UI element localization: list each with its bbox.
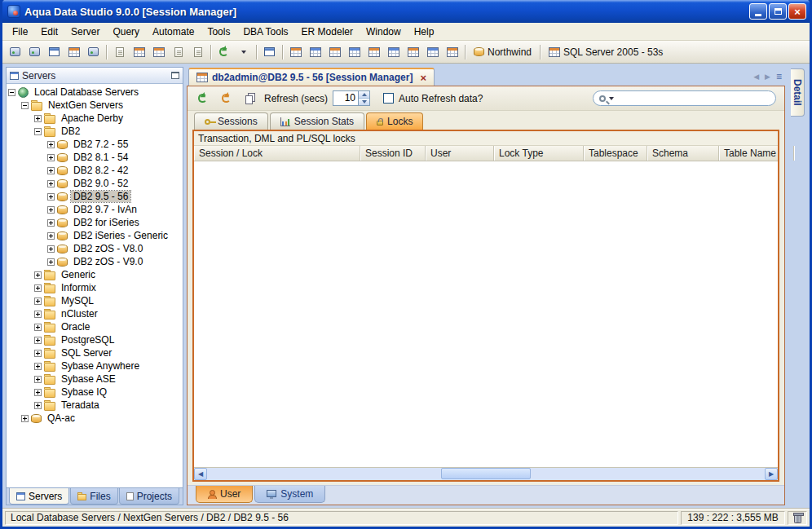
scrollbar-thumb[interactable] — [441, 468, 531, 479]
expand-icon[interactable] — [34, 284, 42, 292]
edit-table-data-icon[interactable] — [149, 43, 168, 61]
expand-icon[interactable] — [34, 350, 42, 357]
collapse-icon[interactable] — [8, 89, 15, 96]
tree-item-postgresql[interactable]: PostgreSQL — [7, 333, 183, 346]
column-header-session-id[interactable]: Session ID — [360, 146, 426, 161]
expand-icon[interactable] — [34, 376, 42, 383]
view-designer-icon[interactable] — [384, 43, 403, 61]
menu-server[interactable]: Server — [64, 23, 106, 41]
spin-down-icon[interactable] — [359, 99, 369, 105]
tree-item-sybase-iq[interactable]: Sybase IQ — [7, 386, 183, 399]
expand-icon[interactable] — [21, 415, 29, 422]
tab-system[interactable]: System — [254, 486, 325, 503]
minimize-button[interactable] — [749, 3, 767, 20]
expand-icon[interactable] — [47, 180, 55, 187]
menu-tools[interactable]: Tools — [201, 23, 236, 41]
expand-icon[interactable] — [47, 245, 55, 253]
close-tab-icon[interactable]: × — [420, 73, 426, 83]
tree-item-db2-9-7-ivan[interactable]: DB2 9.7 - IvAn — [7, 203, 183, 216]
query-analyzer-icon[interactable] — [110, 43, 129, 61]
tree-item-db2-7-2-55[interactable]: DB2 7.2 - 55 — [7, 138, 183, 151]
tree-item-db2-zos-v9-0[interactable]: DB2 zOS - V9.0 — [7, 255, 183, 268]
horizontal-scrollbar[interactable]: ◀ ▶ — [194, 467, 778, 480]
tab-user[interactable]: User — [196, 486, 253, 503]
tab-session-stats[interactable]: Session Stats — [270, 112, 364, 130]
refresh-all-button[interactable] — [217, 90, 236, 108]
expand-icon[interactable] — [47, 141, 55, 148]
database-selector[interactable]: Northwind — [469, 43, 536, 61]
expand-icon[interactable] — [34, 389, 42, 396]
export-data-icon[interactable] — [188, 43, 207, 61]
table-designer-icon[interactable] — [364, 43, 383, 61]
search-input[interactable] — [593, 90, 776, 106]
grid-results-icon[interactable] — [286, 43, 305, 61]
expand-icon[interactable] — [34, 363, 42, 370]
new-window-icon[interactable] — [260, 43, 279, 61]
spin-up-icon[interactable] — [359, 91, 369, 99]
tab-servers[interactable]: Servers — [9, 488, 69, 505]
tab-list-icon[interactable]: ≡ — [776, 71, 782, 82]
expand-icon[interactable] — [47, 258, 55, 266]
menu-er-modeler[interactable]: ER Modeler — [295, 23, 360, 41]
tree-item-apache-derby[interactable]: Apache Derby — [7, 112, 183, 125]
session-manager-icon[interactable] — [443, 43, 461, 61]
column-header-schema[interactable]: Schema — [647, 146, 719, 161]
menu-window[interactable]: Window — [360, 23, 408, 41]
expand-icon[interactable] — [34, 311, 42, 318]
column-header-session-lock[interactable]: Session / Lock — [194, 146, 360, 161]
expand-icon[interactable] — [34, 402, 42, 409]
maximize-button[interactable] — [769, 3, 787, 20]
copy-button[interactable] — [241, 90, 259, 108]
expand-icon[interactable] — [34, 324, 42, 331]
tab-files[interactable]: Files — [70, 488, 117, 505]
tree-item-local-database-servers[interactable]: Local Database Servers — [7, 86, 183, 99]
tree-item-qa-ac[interactable]: QA-ac — [7, 412, 183, 425]
column-header-tablespace[interactable]: Tablespace — [584, 146, 647, 161]
float-panel-icon[interactable] — [171, 72, 179, 79]
tree-item-db2-9-0-52[interactable]: DB2 9.0 - 52 — [7, 177, 183, 190]
schedule-icon[interactable] — [214, 43, 233, 61]
next-tab-icon[interactable]: ▶ — [765, 73, 770, 81]
refresh-interval-value[interactable]: 10 — [333, 91, 358, 105]
tree-item-oracle[interactable]: Oracle — [7, 320, 183, 333]
server-indicator[interactable]: SQL Server 2005 - 53s — [544, 43, 668, 61]
close-button[interactable]: × — [788, 3, 806, 20]
expand-icon[interactable] — [47, 232, 55, 240]
auto-refresh-checkbox[interactable] — [383, 93, 394, 104]
expand-icon[interactable] — [34, 115, 42, 122]
tree-item-generic[interactable]: Generic — [7, 268, 183, 281]
tree-item-db2-iseries-generic[interactable]: DB2 iSeries - Generic — [7, 229, 183, 242]
pivot-grid-icon[interactable] — [306, 43, 324, 61]
tree-item-mysql[interactable]: MySQL — [7, 294, 183, 307]
form-view-icon[interactable] — [325, 43, 344, 61]
tab-sessions[interactable]: Sessions — [194, 112, 268, 130]
expand-icon[interactable] — [34, 298, 42, 305]
tree-item-db2-zos-v8-0[interactable]: DB2 zOS - V8.0 — [7, 242, 183, 255]
expand-icon[interactable] — [34, 271, 42, 279]
tree-item-sql-server[interactable]: SQL Server — [7, 346, 183, 359]
garbage-collect-button[interactable] — [788, 511, 807, 525]
search-options-icon[interactable] — [609, 97, 614, 100]
tab-detail[interactable]: Detail — [791, 68, 805, 117]
procedure-editor-icon[interactable] — [423, 43, 442, 61]
expand-icon[interactable] — [47, 193, 55, 201]
expand-icon[interactable] — [47, 206, 55, 214]
tree-item-db2-9-5-56[interactable]: DB2 9.5 - 56 — [7, 190, 183, 203]
expand-icon[interactable] — [34, 337, 42, 344]
tab-locks[interactable]: Locks — [366, 112, 423, 130]
scroll-left-icon[interactable]: ◀ — [194, 468, 207, 480]
register-server-icon[interactable] — [6, 43, 24, 61]
import-data-icon[interactable] — [169, 43, 188, 61]
refresh-button[interactable] — [193, 90, 212, 108]
prev-tab-icon[interactable]: ◀ — [753, 73, 759, 81]
server-properties-icon[interactable] — [84, 43, 103, 61]
tree-item-db2[interactable]: DB2 — [7, 125, 183, 138]
er-diagram-icon[interactable] — [404, 43, 422, 61]
expand-icon[interactable] — [47, 154, 55, 161]
document-tab[interactable]: db2admin@DB2 9.5 - 56 [Session Manager] … — [188, 68, 435, 86]
expand-icon[interactable] — [47, 167, 55, 174]
scroll-right-icon[interactable]: ▶ — [765, 468, 778, 480]
chart-view-icon[interactable] — [345, 43, 364, 61]
column-header-lock-type[interactable]: Lock Type — [494, 146, 584, 161]
titlebar[interactable]: Aqua Data Studio 9.0.0 [Session Manager]… — [2, 0, 810, 23]
